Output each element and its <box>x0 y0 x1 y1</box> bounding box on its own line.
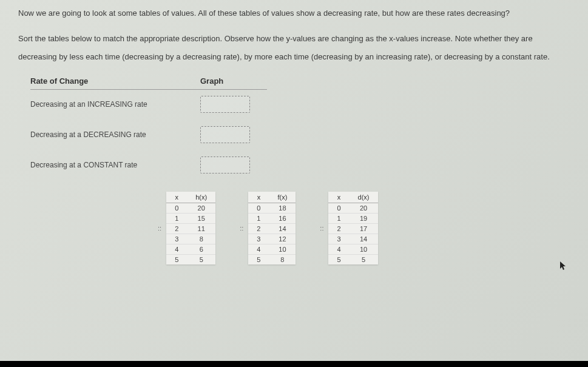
col-y-header: d(x) <box>350 192 378 203</box>
cell-x: 3 <box>328 234 349 244</box>
table-row: 217 <box>328 224 377 234</box>
sort-label: Decreasing at an INCREASING rate <box>30 100 200 109</box>
cell-y: 5 <box>187 255 215 265</box>
cell-y: 12 <box>269 234 296 244</box>
cell-x: 5 <box>166 255 187 265</box>
table-row: 58 <box>248 255 296 265</box>
table-row: 211 <box>166 224 215 234</box>
col-x-header: x <box>328 192 349 203</box>
sort-row-constant: Decreasing at a CONSTANT rate <box>30 157 570 173</box>
table-row: 214 <box>248 224 296 234</box>
sort-row-increasing: Decreasing at an INCREASING rate <box>30 96 570 113</box>
table-row: 38 <box>166 234 215 244</box>
cell-y: 20 <box>350 203 378 214</box>
col-x-header: x <box>166 192 187 203</box>
table-row: 55 <box>166 255 215 265</box>
table-d[interactable]: :: x d(x) 020 119 217 314 410 55 <box>320 192 377 264</box>
cell-y: 11 <box>187 224 215 234</box>
cell-y: 8 <box>269 255 296 265</box>
instructions-text: Sort the tables below to match the appro… <box>18 30 570 66</box>
table-row: 020 <box>166 203 215 214</box>
cell-y: 10 <box>269 244 296 255</box>
cell-x: 4 <box>248 244 269 255</box>
cell-y: 20 <box>187 203 215 214</box>
cell-y: 17 <box>350 224 378 234</box>
table-row: 46 <box>166 244 215 255</box>
cell-x: 0 <box>328 203 349 214</box>
table-row: 55 <box>328 255 377 265</box>
table-row: 410 <box>328 244 377 255</box>
drag-handle-icon[interactable]: :: <box>240 224 243 232</box>
cell-y: 14 <box>269 224 296 234</box>
header-rate: Rate of Change <box>30 76 200 86</box>
table-row: 116 <box>248 214 296 224</box>
cell-x: 5 <box>328 255 349 265</box>
cell-y: 14 <box>350 234 378 244</box>
sort-header: Rate of Change Graph <box>30 76 267 90</box>
drag-handle-icon[interactable]: :: <box>320 224 323 232</box>
cell-y: 5 <box>350 255 378 265</box>
sort-label: Decreasing at a CONSTANT rate <box>30 161 200 169</box>
intro-text: Now we are going to look at some tables … <box>18 6 570 21</box>
drag-handle-icon[interactable]: :: <box>158 224 161 232</box>
cell-x: 2 <box>166 224 187 234</box>
table-row: 020 <box>328 203 377 214</box>
cell-y: 16 <box>269 214 296 224</box>
sort-row-decreasing: Decreasing at a DECREASING rate <box>30 126 570 143</box>
drop-zone-constant[interactable] <box>200 157 250 173</box>
cell-x: 1 <box>166 214 187 224</box>
table-row: 018 <box>248 203 296 214</box>
cell-y: 6 <box>187 244 215 255</box>
table-row: 119 <box>328 214 377 224</box>
data-table: x h(x) 020 115 211 38 46 55 <box>166 192 215 264</box>
cell-y: 10 <box>350 244 378 255</box>
table-row: 314 <box>328 234 377 244</box>
cell-y: 8 <box>187 234 215 244</box>
cell-x: 3 <box>248 234 269 244</box>
cell-x: 3 <box>166 234 187 244</box>
sort-area: Rate of Change Graph Decreasing at an IN… <box>30 76 570 173</box>
cell-x: 0 <box>166 203 187 214</box>
header-graph: Graph <box>200 76 223 86</box>
cell-x: 4 <box>328 244 349 255</box>
drop-zone-increasing[interactable] <box>200 96 250 113</box>
cell-x: 1 <box>248 214 269 224</box>
data-table: x d(x) 020 119 217 314 410 55 <box>328 192 377 264</box>
table-h[interactable]: :: x h(x) 020 115 211 38 46 55 <box>158 192 215 264</box>
cell-y: 18 <box>269 203 296 214</box>
cursor-icon <box>560 261 567 273</box>
cell-y: 15 <box>187 214 215 224</box>
cell-x: 4 <box>166 244 187 255</box>
cell-y: 19 <box>350 214 378 224</box>
bottom-bar <box>0 361 588 367</box>
col-y-header: f(x) <box>269 192 296 203</box>
cell-x: 5 <box>248 255 269 265</box>
drop-zone-decreasing[interactable] <box>200 126 250 143</box>
col-x-header: x <box>248 192 269 203</box>
cell-x: 2 <box>328 224 349 234</box>
table-row: 410 <box>248 244 296 255</box>
sort-label: Decreasing at a DECREASING rate <box>30 130 200 139</box>
cell-x: 1 <box>328 214 349 224</box>
data-table: x f(x) 018 116 214 312 410 58 <box>248 192 296 264</box>
table-row: 312 <box>248 234 296 244</box>
table-row: 115 <box>166 214 215 224</box>
table-f[interactable]: :: x f(x) 018 116 214 312 410 58 <box>240 192 296 264</box>
tables-row: :: x h(x) 020 115 211 38 46 55 :: <box>158 192 570 264</box>
cell-x: 2 <box>248 224 269 234</box>
cell-x: 0 <box>248 203 269 214</box>
col-y-header: h(x) <box>187 192 215 203</box>
